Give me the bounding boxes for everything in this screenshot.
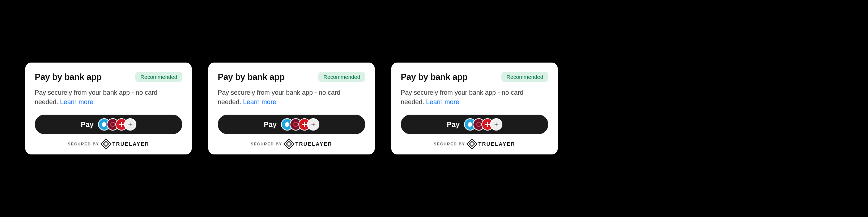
- payment-card: Pay by bank app Recommended Pay securely…: [391, 63, 558, 154]
- truelayer-mark-icon: [467, 139, 478, 150]
- card-description: Pay securely from your bank app - no car…: [401, 88, 548, 107]
- secured-by-row: SECURED BY TRUELAYER: [218, 140, 365, 148]
- truelayer-mark-icon: [284, 139, 295, 150]
- card-title: Pay by bank app: [401, 72, 468, 82]
- description-text: Pay securely from your bank app - no car…: [218, 89, 340, 106]
- bank-icon-group: +: [464, 118, 502, 131]
- truelayer-logo: TRUELAYER: [285, 140, 332, 148]
- truelayer-mark-icon: [101, 139, 112, 150]
- card-header: Pay by bank app Recommended: [218, 72, 365, 82]
- description-text: Pay securely from your bank app - no car…: [35, 89, 157, 106]
- truelayer-wordmark: TRUELAYER: [295, 141, 332, 147]
- payment-card: Pay by bank app Recommended Pay securely…: [208, 63, 375, 154]
- recommended-badge: Recommended: [501, 72, 548, 82]
- truelayer-logo: TRUELAYER: [102, 140, 149, 148]
- card-description: Pay securely from your bank app - no car…: [35, 88, 182, 107]
- secured-by-row: SECURED BY TRUELAYER: [401, 140, 548, 148]
- pay-button[interactable]: Pay +: [401, 115, 548, 134]
- payment-card: Pay by bank app Recommended Pay securely…: [25, 63, 192, 154]
- card-title: Pay by bank app: [218, 72, 285, 82]
- pay-button-label: Pay: [447, 120, 460, 129]
- card-header: Pay by bank app Recommended: [35, 72, 182, 82]
- card-title: Pay by bank app: [35, 72, 102, 82]
- truelayer-wordmark: TRUELAYER: [478, 141, 515, 147]
- bank-icon-group: +: [98, 118, 136, 131]
- learn-more-link[interactable]: Learn more: [426, 98, 459, 106]
- secured-by-label: SECURED BY: [251, 142, 282, 146]
- pay-button-label: Pay: [81, 120, 94, 129]
- card-description: Pay securely from your bank app - no car…: [218, 88, 365, 107]
- truelayer-logo: TRUELAYER: [468, 140, 515, 148]
- description-text: Pay securely from your bank app - no car…: [401, 89, 523, 106]
- card-header: Pay by bank app Recommended: [401, 72, 548, 82]
- bank-icon-group: +: [281, 118, 319, 131]
- more-banks-icon: +: [307, 118, 319, 131]
- pay-button[interactable]: Pay +: [35, 115, 182, 134]
- learn-more-link[interactable]: Learn more: [60, 98, 93, 106]
- secured-by-label: SECURED BY: [434, 142, 465, 146]
- more-banks-icon: +: [490, 118, 502, 131]
- recommended-badge: Recommended: [135, 72, 182, 82]
- pay-button-label: Pay: [264, 120, 277, 129]
- truelayer-wordmark: TRUELAYER: [112, 141, 149, 147]
- learn-more-link[interactable]: Learn more: [243, 98, 276, 106]
- more-banks-icon: +: [124, 118, 136, 131]
- pay-button[interactable]: Pay +: [218, 115, 365, 134]
- secured-by-label: SECURED BY: [68, 142, 99, 146]
- recommended-badge: Recommended: [318, 72, 365, 82]
- secured-by-row: SECURED BY TRUELAYER: [35, 140, 182, 148]
